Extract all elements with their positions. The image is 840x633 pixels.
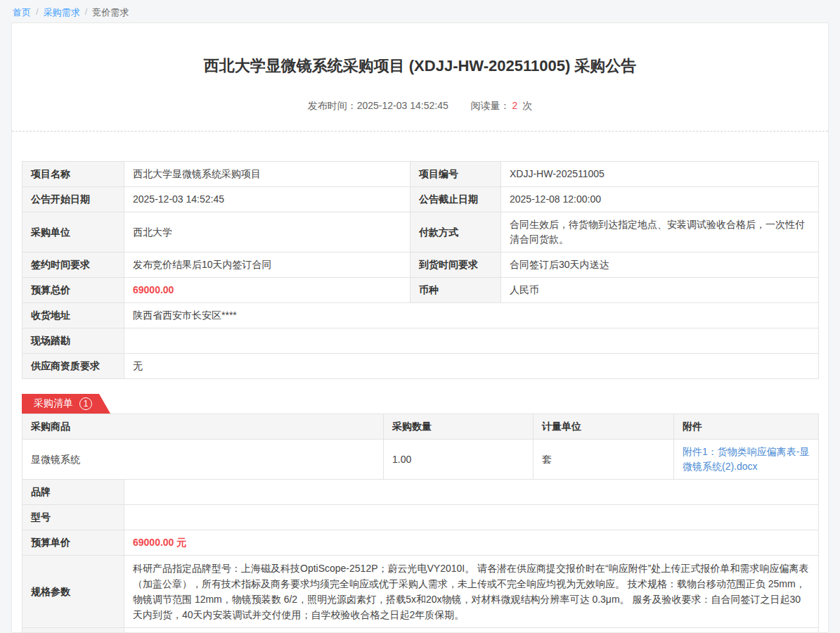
model-value — [124, 505, 819, 530]
payment-value: 合同生效后，待货物到达指定地点、安装调试验收合格后，一次性付清合同货款。 — [501, 212, 819, 252]
sign-time-value: 发布竞价结果后10天内签订合同 — [124, 252, 411, 278]
attachment-column-header: 附件 — [674, 414, 819, 440]
spec-label: 规格参数 — [22, 556, 124, 628]
attachment-link[interactable]: 附件1：货物类响应偏离表-显微镜系统(2).docx — [683, 446, 809, 472]
project-code-value: XDJJ-HW-202511005 — [501, 162, 819, 187]
breadcrumb-separator: / — [80, 6, 93, 17]
after-sales-label: 售后服务 — [22, 628, 124, 633]
project-info-table: 项目名称 西北大学显微镜系统采购项目 项目编号 XDJJ-HW-20251100… — [22, 161, 819, 379]
purchase-list-tab-label: 采购清单 — [34, 397, 73, 410]
product-value: 显微镜系统 — [22, 440, 384, 480]
publish-time-value: 2025-12-03 14:52:45 — [357, 100, 448, 111]
project-name-value: 西北大学显微镜系统采购项目 — [124, 162, 411, 187]
table-row: 预算单价 69000.00 元 — [22, 530, 819, 556]
unit-price-value: 69000.00 元 — [124, 530, 819, 556]
delivery-time-value: 合同签订后30天内送达 — [501, 252, 819, 278]
breadcrumb-current: 竞价需求 — [92, 6, 129, 19]
project-code-label: 项目编号 — [411, 162, 501, 187]
breadcrumb-procurement-link[interactable]: 采购需求 — [44, 6, 80, 19]
end-date-label: 公告截止日期 — [411, 187, 501, 212]
views-label: 阅读量： — [471, 100, 510, 111]
address-label: 收货地址 — [22, 303, 124, 328]
purchase-list-tab: 采购清单 1 — [22, 394, 110, 414]
sign-time-label: 签约时间要求 — [22, 252, 124, 278]
spec-value: 科研产品指定品牌型号：上海磁及科技OptiScope-2512P；蔚云光电VY2… — [124, 556, 819, 628]
publish-meta: 发布时间：2025-12-03 14:52:45 阅读量：2 次 — [22, 100, 818, 113]
unit-column-header: 计量单位 — [534, 414, 674, 440]
product-detail-table: 品牌 型号 预算单价 69000.00 元 规格参数 科研产品指定品牌型号：上海… — [22, 479, 819, 633]
table-row: 显微镜系统 1.00 套 附件1：货物类响应偏离表-显微镜系统(2).docx — [22, 440, 819, 480]
announcement-card: 西北大学显微镜系统采购项目 (XDJJ-HW-202511005) 采购公告 发… — [11, 23, 829, 633]
address-value: 陕西省西安市长安区**** — [124, 303, 819, 328]
qualification-label: 供应商资质要求 — [22, 354, 124, 379]
brand-value — [124, 480, 819, 505]
site-visit-value — [124, 328, 819, 354]
quantity-column-header: 采购数量 — [384, 414, 534, 440]
table-row: 现场踏勘 — [22, 328, 819, 354]
buyer-value: 西北大学 — [124, 212, 411, 252]
delivery-time-label: 到货时间要求 — [411, 252, 501, 278]
purchase-list-table: 采购商品 采购数量 计量单位 附件 显微镜系统 1.00 套 附件1：货物类响应… — [22, 414, 819, 480]
qualification-value: 无 — [124, 354, 819, 379]
after-sales-value: 响应时效：即时响应（包括电话响应）；电话响应无法解决72小时内到达现场。修复时间… — [124, 628, 819, 633]
table-header-row: 采购商品 采购数量 计量单位 附件 — [22, 414, 819, 440]
project-name-label: 项目名称 — [22, 162, 124, 187]
quantity-value: 1.00 — [384, 440, 534, 480]
product-column-header: 采购商品 — [22, 414, 384, 440]
table-row: 采购单位 西北大学 付款方式 合同生效后，待货物到达指定地点、安装调试验收合格后… — [22, 212, 819, 252]
breadcrumb-separator: / — [31, 6, 44, 17]
unit-price-label: 预算单价 — [22, 530, 124, 556]
publish-time-label: 发布时间： — [308, 100, 357, 111]
unit-value: 套 — [534, 440, 674, 480]
table-row: 品牌 — [22, 480, 819, 505]
table-row: 型号 — [22, 505, 819, 530]
start-date-label: 公告开始日期 — [22, 187, 124, 212]
table-row: 签约时间要求 发布竞价结果后10天内签订合同 到货时间要求 合同签订后30天内送… — [22, 252, 819, 278]
table-row: 项目名称 西北大学显微镜系统采购项目 项目编号 XDJJ-HW-20251100… — [22, 162, 819, 187]
budget-total-value: 69000.00 — [124, 278, 411, 303]
dashed-divider — [12, 131, 828, 132]
purchase-list-count-badge: 1 — [79, 397, 92, 410]
model-label: 型号 — [22, 505, 124, 530]
currency-value: 人民币 — [501, 278, 819, 303]
brand-label: 品牌 — [22, 480, 124, 505]
table-row: 售后服务 响应时效：即时响应（包括电话响应）；电话响应无法解决72小时内到达现场… — [22, 628, 819, 633]
breadcrumb: 首页 / 采购需求 / 竞价需求 — [0, 0, 840, 23]
table-row: 预算总价 69000.00 币种 人民币 — [22, 278, 819, 303]
breadcrumb-home-link[interactable]: 首页 — [13, 6, 31, 19]
payment-label: 付款方式 — [411, 212, 501, 252]
end-date-value: 2025-12-08 12:00:00 — [501, 187, 819, 212]
budget-total-label: 预算总价 — [22, 278, 124, 303]
page-title: 西北大学显微镜系统采购项目 (XDJJ-HW-202511005) 采购公告 — [22, 23, 818, 77]
table-row: 收货地址 陕西省西安市长安区**** — [22, 303, 819, 328]
table-row: 公告开始日期 2025-12-03 14:52:45 公告截止日期 2025-1… — [22, 187, 819, 212]
views-count: 2 — [510, 100, 520, 111]
currency-label: 币种 — [411, 278, 501, 303]
buyer-label: 采购单位 — [22, 212, 124, 252]
start-date-value: 2025-12-03 14:52:45 — [124, 187, 411, 212]
site-visit-label: 现场踏勘 — [22, 328, 124, 354]
views-unit: 次 — [522, 100, 532, 111]
table-row: 规格参数 科研产品指定品牌型号：上海磁及科技OptiScope-2512P；蔚云… — [22, 556, 819, 628]
table-row: 供应商资质要求 无 — [22, 354, 819, 379]
